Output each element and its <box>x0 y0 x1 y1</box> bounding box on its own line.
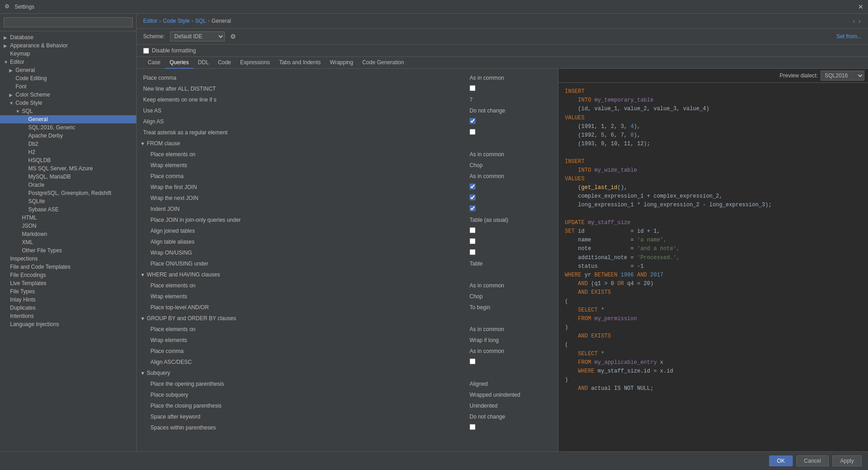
setting-checkbox[interactable] <box>470 238 475 244</box>
setting-label: Treat asterisk as a regular element <box>143 129 470 136</box>
cancel-button[interactable]: Cancel <box>796 455 829 466</box>
sidebar-item-oracle[interactable]: Oracle <box>0 181 136 189</box>
tab-code[interactable]: Code <box>213 57 236 69</box>
settings-row: Align table aliases <box>137 236 558 247</box>
sidebar-item-appearance-behavior[interactable]: ▶Appearance & Behavior <box>0 41 136 50</box>
preview-header: Preview dialect: SQL2016 MySQL PostgreSQ… <box>558 69 868 83</box>
sidebar-item-html[interactable]: HTML <box>0 214 136 222</box>
setting-value: Wrap if long <box>470 337 552 343</box>
settings-body: Place commaAs in commonNew line after AL… <box>137 69 868 451</box>
tree-label: XML <box>22 239 33 245</box>
section-header-subquery[interactable]: ▼Subquery <box>137 368 558 378</box>
sidebar-item-database[interactable]: ▶Database <box>0 33 136 41</box>
sidebar-item-live-templates[interactable]: Live Templates <box>0 279 136 287</box>
setting-value: Chop <box>470 162 552 169</box>
sidebar-item-h2[interactable]: H2 <box>0 148 136 156</box>
sidebar-item-font[interactable]: Font <box>0 82 136 91</box>
app-icon: ⚙ <box>5 3 12 10</box>
sidebar-item-duplicates[interactable]: Duplicates <box>0 304 136 312</box>
setting-checkbox[interactable] <box>470 205 475 211</box>
sidebar-item-postgresql[interactable]: PostgreSQL, Greenplum, Redshift <box>0 189 136 197</box>
tab-ddl[interactable]: DDL <box>193 57 213 69</box>
forward-button[interactable]: › <box>858 17 862 25</box>
disable-formatting-label[interactable]: Disable formatting <box>152 47 196 54</box>
sidebar-item-inspections[interactable]: Inspections <box>0 255 136 263</box>
sidebar-item-sql[interactable]: ▼SQL <box>0 107 136 115</box>
scheme-select[interactable]: Default IDE Project <box>170 31 225 41</box>
sidebar-item-json[interactable]: JSON <box>0 222 136 230</box>
sidebar-item-markdown[interactable]: Markdown <box>0 230 136 238</box>
setting-checkbox[interactable] <box>470 358 475 364</box>
section-arrow: ▼ <box>140 371 145 376</box>
setting-label: Place ON/USING under <box>143 261 470 267</box>
sidebar-item-sqlite[interactable]: SQLite <box>0 197 136 205</box>
tree-label: Code Editing <box>16 75 47 82</box>
sidebar-item-editor[interactable]: ▼Editor <box>0 58 136 66</box>
sidebar-item-apache-derby[interactable]: Apache Derby <box>0 132 136 140</box>
sidebar-item-xml[interactable]: XML <box>0 238 136 246</box>
sidebar-item-keymap[interactable]: Keymap <box>0 50 136 58</box>
tree-arrow: ▶ <box>9 68 16 73</box>
setting-checkbox[interactable] <box>470 249 475 255</box>
tab-tabs-and-indents[interactable]: Tabs and Indents <box>274 57 325 69</box>
sidebar-item-sybase[interactable]: Sybase ASE <box>0 205 136 214</box>
tree-label: File Types <box>10 288 35 295</box>
disable-formatting-row: Disable formatting <box>137 45 868 57</box>
window-title: Settings <box>15 4 858 10</box>
sidebar-item-intentions[interactable]: Intentions <box>0 312 136 320</box>
sidebar-item-color-scheme[interactable]: ▶Color Scheme <box>0 91 136 99</box>
settings-row: Use ASDo not change <box>137 105 558 116</box>
apply-button[interactable]: Apply <box>832 455 862 466</box>
search-input[interactable] <box>4 17 133 27</box>
sidebar-item-general[interactable]: ▶General <box>0 66 136 74</box>
ok-button[interactable]: OK <box>769 455 792 466</box>
tab-case[interactable]: Case <box>143 57 165 69</box>
setting-checkbox[interactable] <box>470 184 475 189</box>
sidebar-item-code-editing[interactable]: Code Editing <box>0 74 136 82</box>
setting-label: Align ASC/DESC <box>143 359 470 365</box>
breadcrumb-editor[interactable]: Editor <box>143 18 157 24</box>
sidebar: ▶Database▶Appearance & BehaviorKeymap▼Ed… <box>0 14 137 451</box>
setting-checkbox[interactable] <box>470 227 475 233</box>
tab-wrapping[interactable]: Wrapping <box>326 57 358 69</box>
sidebar-item-file-encodings[interactable]: File Encodings <box>0 271 136 279</box>
sidebar-item-file-types[interactable]: File Types <box>0 287 136 296</box>
tree-label: MS SQL Server, MS Azure <box>28 165 93 172</box>
scheme-gear-button[interactable]: ⚙ <box>228 32 238 41</box>
tree-label: Code Style <box>16 100 42 106</box>
sidebar-item-other-file-types[interactable]: Other File Types <box>0 246 136 255</box>
breadcrumb-code-style[interactable]: Code Style <box>163 18 190 24</box>
set-from-link[interactable]: Set from... <box>837 33 862 40</box>
sidebar-item-db2[interactable]: Db2 <box>0 140 136 148</box>
setting-checkbox[interactable] <box>470 194 475 200</box>
breadcrumb-sql[interactable]: SQL <box>195 18 206 24</box>
sidebar-item-inlay-hints[interactable]: Inlay Hints <box>0 296 136 304</box>
sidebar-item-code-style[interactable]: ▼Code Style <box>0 99 136 107</box>
setting-checkbox[interactable] <box>470 424 475 430</box>
code-line: additional_note = 'Processed.', <box>565 254 862 262</box>
code-line: SELECT * <box>565 350 862 358</box>
sidebar-item-mysql[interactable]: MySQL, MariaDB <box>0 173 136 181</box>
preview-dialect-select[interactable]: SQL2016 MySQL PostgreSQL Oracle <box>821 71 864 81</box>
back-button[interactable]: ‹ <box>852 17 856 25</box>
tab-expressions[interactable]: Expressions <box>236 57 274 69</box>
sidebar-item-hsqldb[interactable]: HSQLDB <box>0 156 136 164</box>
setting-checkbox[interactable] <box>470 118 475 124</box>
close-button[interactable]: ✕ <box>858 3 863 10</box>
disable-formatting-checkbox[interactable] <box>143 48 149 54</box>
setting-checkbox[interactable] <box>470 129 475 135</box>
section-header-from-clause[interactable]: ▼FROM clause <box>137 138 558 149</box>
tab-code-generation[interactable]: Code Generation <box>358 57 408 69</box>
section-header-where-having[interactable]: ▼WHERE and HAVING clauses <box>137 269 558 280</box>
section-header-group-by-order-by[interactable]: ▼GROUP BY and ORDER BY clauses <box>137 313 558 324</box>
sidebar-item-language-injections[interactable]: Language Injections <box>0 320 136 328</box>
code-line <box>565 210 862 219</box>
setting-label: Wrap the next JOIN <box>143 195 470 201</box>
sidebar-item-file-code-templates[interactable]: File and Code Templates <box>0 263 136 271</box>
tab-queries[interactable]: Queries <box>165 57 193 69</box>
code-line: ) <box>565 323 862 332</box>
sidebar-item-ms-sql[interactable]: MS SQL Server, MS Azure <box>0 164 136 173</box>
sidebar-item-sql-general[interactable]: General <box>0 115 136 123</box>
setting-checkbox[interactable] <box>470 85 475 91</box>
sidebar-item-sql2016-generic[interactable]: SQL:2016, Generic <box>0 123 136 132</box>
